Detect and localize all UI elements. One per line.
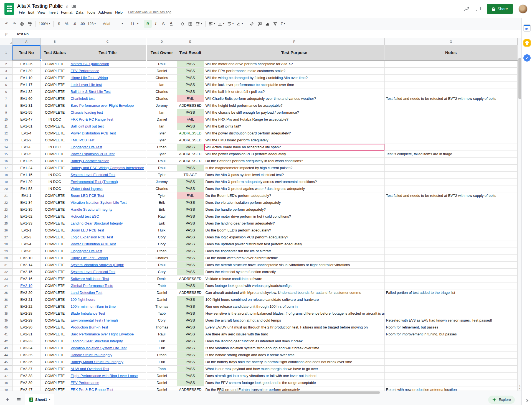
cell-F21-purpose[interactable]: Do the Boom LED's perform adequately? xyxy=(204,192,384,199)
cell-E43-result[interactable]: PASS xyxy=(177,345,204,351)
cell-E49-result[interactable]: ADDRESSED xyxy=(177,386,204,391)
row-header-32[interactable]: 32 xyxy=(0,268,12,275)
test-title-link[interactable]: FRX Pro & RC Range Test xyxy=(71,388,113,391)
cell-B12-status[interactable]: COMPLETE xyxy=(40,130,69,137)
cell-C2-title[interactable]: Motor/ESC Qualification xyxy=(69,60,146,67)
cell-D45-owner[interactable]: Erik xyxy=(146,358,177,365)
increase-decimal-button[interactable]: .00 xyxy=(78,20,86,28)
cell-A25-test-no[interactable]: EV1-33 xyxy=(12,220,40,227)
cell-A38-test-no[interactable]: EV2-28 xyxy=(12,310,40,317)
cell-B34-status[interactable]: COMPLETE xyxy=(40,282,69,289)
cell-B17-status[interactable]: COMPLETE xyxy=(40,164,69,171)
cell-E35-result[interactable]: ADDRESSED xyxy=(177,289,204,296)
text-wrap-button[interactable]: ▾ xyxy=(226,20,235,28)
cell-D29-owner[interactable]: Ethan xyxy=(146,248,177,254)
cell-G27-notes[interactable] xyxy=(384,234,518,241)
cell-G20-notes[interactable] xyxy=(384,185,518,192)
cell-F19-purpose[interactable]: Does the Alta X perform adequately acros… xyxy=(204,178,384,185)
menu-tools[interactable]: Tools xyxy=(85,10,97,15)
cell-E8-result[interactable]: ADDRESSED xyxy=(177,102,204,109)
row-header-27[interactable]: 27 xyxy=(0,234,12,241)
cell-B18-status[interactable]: IN DOC xyxy=(40,171,69,178)
cell-B13-status[interactable]: COMPLETE xyxy=(40,137,69,144)
undo-button[interactable]: ↶ xyxy=(3,20,11,28)
keep-icon[interactable] xyxy=(523,39,531,47)
cell-C45-title[interactable]: Battery Mount Structural Integrity xyxy=(69,358,146,365)
cell-G19-notes[interactable] xyxy=(384,178,518,185)
cell-C36-title[interactable]: 100 flight hours xyxy=(69,296,146,303)
cell-E41-result[interactable]: PASS xyxy=(177,331,204,338)
cell-G3-notes[interactable] xyxy=(384,67,518,74)
cell-D9-owner[interactable]: Ian xyxy=(146,109,177,116)
cell-A5-test-no[interactable]: EV1-17 xyxy=(12,81,40,88)
test-title-link[interactable]: Charliebolt test xyxy=(71,96,95,101)
collapse-panel-icon[interactable] xyxy=(525,399,528,402)
horizontal-align-button[interactable]: ▾ xyxy=(207,20,217,28)
cell-B43-status[interactable]: COMPLETE xyxy=(40,345,69,351)
column-header-E[interactable]: E xyxy=(177,38,204,45)
cell-F29-purpose[interactable]: Does the flopdapter run the life of airc… xyxy=(204,248,384,254)
document-title[interactable]: Alta X Testing Public xyxy=(17,3,63,9)
menu-addons[interactable]: Add-ons xyxy=(97,10,113,15)
redo-button[interactable]: ↷ xyxy=(11,20,18,28)
cell-C8-title[interactable]: Baro Performance over Flight Envelope xyxy=(69,102,146,109)
cell-E30-result[interactable]: PASS xyxy=(177,254,204,261)
currency-format-button[interactable]: $ xyxy=(55,20,63,28)
cell-F35-purpose[interactable]: Can aircraft autoland with Mpro and skyv… xyxy=(204,289,384,296)
cell-E10-result[interactable]: FAIL xyxy=(177,116,204,123)
cell-D48-owner[interactable]: Daniel xyxy=(146,379,177,386)
header-cell-test-purpose[interactable]: Test Purpose xyxy=(204,45,384,60)
menu-format[interactable]: Format xyxy=(59,10,74,15)
sheet-tab[interactable]: 1 Sheet1 ▾ xyxy=(25,394,54,405)
cell-D46-owner[interactable]: Tabb xyxy=(146,365,177,372)
cell-E9-result[interactable]: PASS xyxy=(177,109,204,116)
cell-A11-test-no[interactable]: EV1-61 xyxy=(12,123,40,130)
cell-E23-result[interactable]: PASS xyxy=(177,206,204,213)
row-header-10[interactable]: 10 xyxy=(0,116,12,123)
horizontal-scrollbar[interactable] xyxy=(0,391,521,394)
cell-E2-result[interactable]: PASS xyxy=(177,60,204,67)
cell-F33-purpose[interactable]: Validate release candidate software xyxy=(204,275,384,282)
cell-E7-result[interactable]: FAIL xyxy=(177,95,204,102)
test-title-link[interactable]: FMU PCB Test xyxy=(71,138,95,142)
cell-B24-status[interactable]: COMPLETE xyxy=(40,213,69,220)
cell-A45-test-no[interactable]: EV2-36 xyxy=(12,358,40,365)
cell-A14-test-no[interactable]: EV1-6 xyxy=(12,144,40,151)
cell-A16-test-no[interactable]: EV1-25 xyxy=(12,157,40,164)
test-title-link[interactable]: Flight Performance with Ring Lever Loose xyxy=(71,374,138,378)
cell-E19-result[interactable]: PASS xyxy=(177,178,204,185)
cell-G35-notes[interactable]: Failed portion of test added to the tria… xyxy=(384,289,518,296)
cell-D32-owner[interactable]: Cory xyxy=(146,268,177,275)
cell-B5-status[interactable]: COMPLETE xyxy=(40,81,69,88)
cell-D27-owner[interactable]: Cory xyxy=(146,234,177,241)
test-title-link[interactable]: Boom LED PCB Test xyxy=(71,193,104,198)
cell-F24-purpose[interactable]: Does the motor drive perform in hot / co… xyxy=(204,213,384,220)
cell-B48-status[interactable]: COMPLETE xyxy=(40,379,69,386)
cell-A21-test-no[interactable]: EV1-1 xyxy=(12,192,40,199)
cell-A49-test-no[interactable]: EV2-47 xyxy=(12,386,40,391)
cell-B39-status[interactable]: COMPLETE xyxy=(40,317,69,324)
cell-D41-owner[interactable]: Raul xyxy=(146,331,177,338)
row-header-7[interactable]: 7 xyxy=(0,95,12,102)
test-title-link[interactable]: Power Distribution PCB Test xyxy=(71,242,116,246)
cell-E39-result[interactable]: PASS xyxy=(177,317,204,324)
cell-D28-owner[interactable]: Cory xyxy=(146,241,177,248)
cell-F18-purpose[interactable]: Does the Alta X pass system level electr… xyxy=(204,171,384,178)
cell-C44-title[interactable]: Handle Structural Integrity xyxy=(69,351,146,358)
cell-A37-test-no[interactable]: EV2-22 xyxy=(12,303,40,310)
cell-F20-purpose[interactable]: Does the Alta X protect agains water / d… xyxy=(204,185,384,192)
cell-D19-owner[interactable]: Jeremy xyxy=(146,178,177,185)
cell-A36-test-no[interactable]: EV2-21 xyxy=(12,296,40,303)
zoom-select[interactable]: 100%▾ xyxy=(37,20,52,28)
cell-C20-title[interactable]: Water / dust ingress xyxy=(69,185,146,192)
italic-button[interactable]: I xyxy=(152,20,159,28)
row-header-31[interactable]: 31 xyxy=(0,261,12,268)
test-title-link[interactable]: Hot/cold test ESC xyxy=(71,214,99,218)
test-title-link[interactable]: Landing Gear Structural Integrity xyxy=(71,221,123,225)
test-title-link[interactable]: Land Detection Test xyxy=(71,291,103,295)
test-title-link[interactable]: Production Burn-in Test xyxy=(71,325,108,329)
cell-A48-test-no[interactable]: EV2-39 xyxy=(12,379,40,386)
row-header-21[interactable]: 21 xyxy=(0,192,12,199)
cell-B30-status[interactable]: COMPLETE xyxy=(40,254,69,261)
cell-B22-status[interactable]: COMPLETE xyxy=(40,199,69,206)
